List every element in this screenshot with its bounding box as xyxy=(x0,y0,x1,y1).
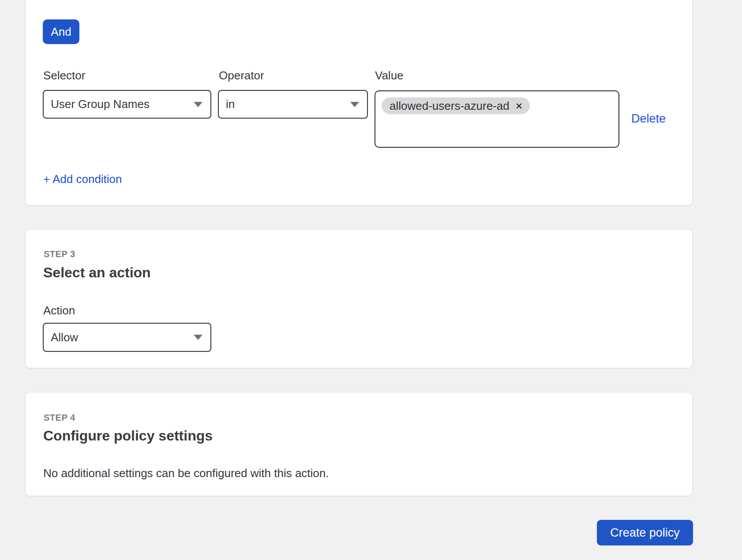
value-label: Value xyxy=(375,70,404,81)
selector-label: Selector xyxy=(43,70,85,81)
chevron-down-icon xyxy=(194,335,202,340)
condition-rule-card: And Selector Operator Value User Group N… xyxy=(25,0,693,205)
operator-label: Operator xyxy=(219,70,264,81)
step4-body-text: No additional settings can be configured… xyxy=(43,467,329,480)
selector-dropdown-value: User Group Names xyxy=(51,97,150,111)
step3-label: STEP 3 xyxy=(44,250,75,258)
chevron-down-icon xyxy=(194,102,202,107)
delete-condition-link[interactable]: Delete xyxy=(631,113,666,125)
and-operator-button[interactable]: And xyxy=(43,19,79,44)
step4-label: STEP 4 xyxy=(44,413,75,422)
action-dropdown[interactable]: Allow xyxy=(43,323,211,352)
operator-dropdown-value: in xyxy=(226,97,235,111)
value-tag-label: allowed-users-azure-ad xyxy=(390,99,510,113)
value-tag: allowed-users-azure-ad ✕ xyxy=(382,97,530,114)
page-background: { "colors":{ "accent_blue":"#2055c8", "l… xyxy=(0,0,742,560)
remove-tag-icon[interactable]: ✕ xyxy=(515,101,523,111)
step4-title: Configure policy settings xyxy=(43,429,213,443)
action-label: Action xyxy=(43,305,75,316)
operator-dropdown[interactable]: in xyxy=(218,90,368,119)
step3-card: STEP 3 Select an action Action Allow xyxy=(25,229,693,368)
step4-card: STEP 4 Configure policy settings No addi… xyxy=(25,392,693,496)
value-multiselect-input[interactable]: allowed-users-azure-ad ✕ xyxy=(375,90,619,148)
step3-title: Select an action xyxy=(43,265,151,280)
action-dropdown-value: Allow xyxy=(51,331,78,344)
chevron-down-icon xyxy=(350,102,359,107)
create-policy-button[interactable]: Create policy xyxy=(597,520,693,545)
add-condition-link[interactable]: + Add condition xyxy=(43,173,122,185)
selector-dropdown[interactable]: User Group Names xyxy=(43,90,211,119)
